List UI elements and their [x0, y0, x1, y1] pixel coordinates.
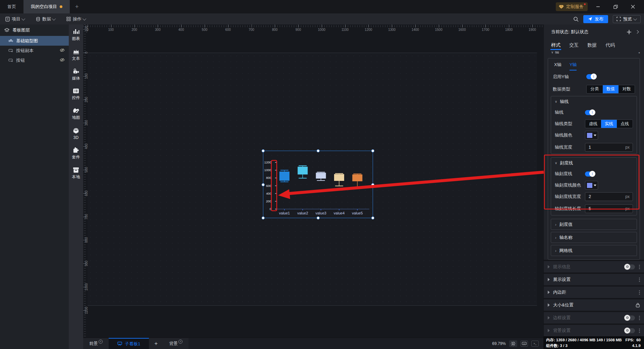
- layer-item-button-copy[interactable]: 按钮副本: [0, 46, 69, 55]
- resize-handle-e[interactable]: [371, 183, 374, 186]
- layer-item-button[interactable]: 按钮: [0, 55, 69, 65]
- data-type-category[interactable]: 分类: [587, 85, 603, 93]
- design-canvas[interactable]: 0100200300400500600700800900100011001200…: [83, 24, 543, 338]
- tool-charts[interactable]: 图表: [72, 29, 80, 42]
- more-menu-icon[interactable]: [639, 316, 640, 320]
- resize-handle-ne[interactable]: [371, 149, 374, 152]
- resize-handle-nw[interactable]: [262, 149, 265, 152]
- svg-text:value4: value4: [334, 211, 344, 215]
- settings-panel: 当前状态: 默认状态 样式 交互 数据 代码 ∨ 轴 • X轴 Y轴 启用Y轴: [543, 24, 644, 336]
- tab-y-axis[interactable]: Y轴: [570, 62, 577, 70]
- tab-interaction[interactable]: 交互: [569, 39, 579, 51]
- tick-line-color-picker[interactable]: [585, 181, 598, 190]
- more-menu-icon[interactable]: [639, 329, 640, 333]
- tab-x-axis[interactable]: X轴: [554, 62, 561, 70]
- layers-panel: 看板图层 基础箱型图 按钮副本 按钮: [0, 24, 69, 349]
- background-toggle[interactable]: [625, 328, 635, 333]
- tool-media[interactable]: 媒体: [72, 68, 80, 81]
- foreground-button[interactable]: 前景+: [83, 338, 109, 349]
- visibility-off-icon[interactable]: [60, 58, 65, 63]
- background-button[interactable]: 背景+: [163, 338, 189, 349]
- resize-handle-w[interactable]: [262, 183, 265, 186]
- tab-code[interactable]: 代码: [605, 39, 615, 51]
- tool-controls[interactable]: 控件: [72, 88, 80, 101]
- add-board-button[interactable]: +: [149, 338, 163, 349]
- axis-name-section[interactable]: › 轴名称: [551, 232, 637, 243]
- more-menu-icon[interactable]: [639, 278, 640, 282]
- console-button[interactable]: >_: [531, 341, 539, 347]
- tool-local[interactable]: 本地: [72, 167, 80, 180]
- section-menu-icon[interactable]: •: [638, 51, 640, 55]
- axis-line-width-input[interactable]: 1 px: [585, 143, 633, 152]
- border-settings-section[interactable]: 边框设置: [544, 311, 644, 323]
- preview-button[interactable]: 预览: [613, 15, 641, 23]
- tick-line-width-row: 轴刻度线宽度 2 px: [551, 191, 637, 202]
- line-type-dashed[interactable]: 虚线: [585, 120, 601, 128]
- enable-y-axis-toggle[interactable]: [586, 74, 596, 79]
- resize-handle-s[interactable]: [317, 216, 320, 219]
- layer-item-boxplot[interactable]: 基础箱型图: [0, 36, 69, 46]
- tick-line-header[interactable]: ∨ 刻度线: [551, 158, 637, 168]
- tick-line-width-input[interactable]: 2 px: [585, 192, 633, 201]
- lock-icon[interactable]: [636, 303, 640, 307]
- board-tab-active[interactable]: 子看板1: [109, 338, 149, 349]
- menu-data[interactable]: 数据: [31, 13, 61, 24]
- tab-style[interactable]: 样式: [551, 39, 560, 51]
- board-icon: [117, 342, 122, 346]
- resize-handle-sw[interactable]: [262, 216, 265, 219]
- minimize-button[interactable]: [591, 0, 605, 13]
- tooltip-section[interactable]: 提示信息: [544, 260, 644, 272]
- tick-line-toggle[interactable]: [585, 171, 595, 177]
- size-position-section[interactable]: 大小&位置: [544, 298, 644, 311]
- maximize-button[interactable]: [608, 0, 623, 13]
- add-state-icon[interactable]: [627, 30, 632, 35]
- menu-action-label: 操作: [73, 16, 82, 22]
- tab-project[interactable]: 我的空白项目: [23, 0, 70, 13]
- custom-service-button[interactable]: 定制服务: [556, 2, 588, 11]
- tick-line-length-input[interactable]: 5 px: [585, 204, 633, 213]
- display-settings-section[interactable]: 展示设置: [544, 272, 644, 285]
- resize-handle-se[interactable]: [371, 216, 374, 219]
- paper-plane-icon: [588, 17, 592, 21]
- color-swatch: [587, 183, 592, 188]
- chevron-right-icon[interactable]: [636, 30, 639, 34]
- shortcut-keys-button[interactable]: [521, 341, 528, 347]
- tooltip-toggle[interactable]: [625, 264, 635, 269]
- visibility-off-icon[interactable]: [60, 48, 65, 53]
- tab-data[interactable]: 数据: [587, 39, 597, 51]
- menu-action[interactable]: 操作: [61, 13, 92, 24]
- axis-line-toggle[interactable]: [585, 110, 595, 115]
- padding-section[interactable]: 内边距: [544, 285, 644, 298]
- close-button[interactable]: [626, 0, 640, 13]
- axis-line-color-picker[interactable]: [585, 131, 598, 140]
- unit-px: px: [625, 145, 630, 150]
- data-type-log[interactable]: 对数: [619, 85, 635, 93]
- tool-text[interactable]: 文本: [72, 49, 80, 61]
- axis-line-type-segment: 虚线 实线 点线: [585, 119, 633, 128]
- search-icon[interactable]: [573, 16, 579, 22]
- tool-kit[interactable]: 套件: [72, 147, 80, 160]
- background-settings-section[interactable]: 背景设置: [544, 323, 644, 336]
- menu-project[interactable]: 项目: [0, 13, 31, 24]
- more-menu-icon[interactable]: [639, 265, 640, 269]
- tab-home[interactable]: 首页: [0, 0, 23, 13]
- selected-boxplot-widget[interactable]: 020040060080010001200value1value2value3v…: [263, 151, 373, 218]
- line-type-solid[interactable]: 实线: [601, 120, 617, 128]
- resize-handle-n[interactable]: [317, 149, 320, 152]
- data-type-numeric[interactable]: 数值: [603, 85, 619, 93]
- tool-3d[interactable]: 3D: [73, 128, 79, 140]
- grid-line-section[interactable]: › 网格线: [551, 245, 637, 256]
- tick-value-section[interactable]: › 刻度值: [551, 219, 637, 230]
- v-ruler-label: 700: [85, 214, 88, 219]
- new-tab-button[interactable]: +: [70, 0, 84, 13]
- tick-line-title: 刻度线: [560, 160, 573, 166]
- border-toggle[interactable]: [625, 315, 635, 320]
- axis-line-header[interactable]: ∨ 轴线: [551, 96, 637, 107]
- tool-map[interactable]: 地图: [72, 108, 80, 120]
- fit-screen-button[interactable]: [509, 340, 517, 347]
- more-menu-icon[interactable]: [639, 290, 640, 295]
- v-ruler-label: 400: [85, 144, 88, 149]
- publish-button[interactable]: 发布: [583, 15, 608, 23]
- line-type-dotted[interactable]: 点线: [617, 120, 633, 128]
- chevron-down-icon: [633, 16, 637, 20]
